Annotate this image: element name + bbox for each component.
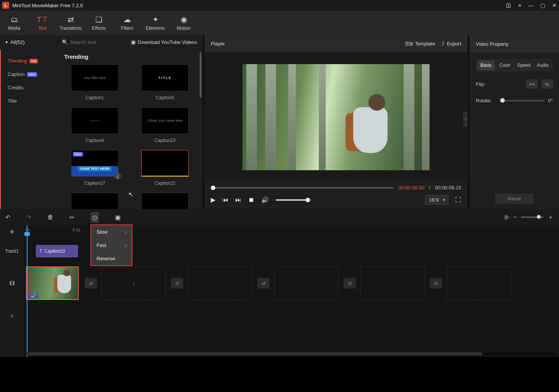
transition-slot[interactable]: ⇄: [85, 278, 97, 289]
maximize-icon[interactable]: ▢: [540, 2, 545, 8]
volume-thumb[interactable]: [305, 198, 310, 202]
category-trending[interactable]: Trending Hot: [1, 54, 57, 68]
tab-transitions[interactable]: ⇄ Transitions: [57, 11, 85, 35]
fullscreen-button[interactable]: ⛶: [455, 197, 461, 203]
zoom-slider[interactable]: [521, 216, 544, 218]
property-tab-speed[interactable]: Speed: [515, 60, 533, 70]
zoom-out-button[interactable]: −: [514, 214, 517, 221]
volume-slider[interactable]: [276, 199, 310, 201]
split-button[interactable]: ✂: [69, 214, 74, 221]
zoom-fit-button[interactable]: ⊪: [504, 214, 510, 221]
media-drop-slot[interactable]: [274, 266, 338, 300]
effects-icon: ❏: [95, 15, 102, 24]
tab-filters-label: Filters: [121, 26, 134, 31]
delete-button[interactable]: 🗑: [47, 214, 53, 221]
export-icon: ⤴: [442, 41, 444, 47]
transition-slot[interactable]: ⇄: [344, 278, 356, 289]
tab-filters[interactable]: ☁ Filters: [113, 11, 141, 35]
preset-item[interactable]: [64, 193, 125, 209]
audio-track-icon: ♫: [0, 302, 24, 329]
search-input[interactable]: [70, 39, 116, 45]
category-title[interactable]: Title: [1, 94, 57, 108]
category-caption[interactable]: Caption New: [1, 68, 57, 81]
property-tab-basic[interactable]: Basic: [477, 60, 495, 70]
undo-button[interactable]: ↶: [5, 214, 10, 221]
video-track[interactable]: 🔊 ⇄ ⭳ ⇄ ⇄ ⇄ ⇄: [24, 265, 559, 302]
stop-button[interactable]: ⏹: [248, 197, 254, 203]
volume-icon[interactable]: 🔊: [261, 196, 269, 203]
tab-media[interactable]: 🗂 Media: [0, 11, 28, 35]
prev-frame-button[interactable]: ⏮: [222, 197, 228, 203]
preset-item[interactable]: [134, 193, 195, 209]
preset-label: Caption4: [64, 138, 125, 143]
download-icon[interactable]: ⭳: [114, 173, 121, 179]
tab-motion[interactable]: ◉ Motion: [170, 11, 198, 35]
preset-item[interactable]: Caption22: [134, 150, 195, 186]
media-drop-slot[interactable]: [360, 266, 425, 300]
template-button[interactable]: ☰⧉ Template: [405, 41, 435, 47]
zoom-thumb[interactable]: [537, 215, 541, 219]
rotate-thumb[interactable]: [500, 98, 505, 103]
category-all-toggle[interactable]: ▾ All(52): [0, 39, 57, 45]
play-button[interactable]: ▶: [211, 196, 215, 203]
zoom-in-button[interactable]: ＋: [548, 213, 554, 221]
preset-item[interactable]: | Enter your name here Caption23: [134, 107, 195, 143]
tab-effects[interactable]: ❏ Effects: [85, 11, 113, 35]
transition-slot[interactable]: ⇄: [257, 278, 270, 289]
download-youtube-label: Download YouTube Videos: [138, 39, 197, 45]
ruler-tick: 6.6s: [73, 227, 81, 232]
category-label: Trending: [8, 58, 27, 64]
transition-slot[interactable]: ⇄: [430, 278, 442, 289]
preset-item[interactable]: Your Title Here Caption1: [64, 65, 125, 100]
panel-expand-handle[interactable]: ›: [463, 111, 468, 127]
close-icon[interactable]: ✕: [552, 2, 557, 8]
media-drop-slot[interactable]: [447, 266, 511, 300]
tab-text-label: Text: [38, 26, 47, 31]
speed-button[interactable]: ◷: [90, 212, 99, 223]
speed-slow-item[interactable]: Slow›: [91, 225, 132, 239]
playhead[interactable]: [27, 225, 27, 357]
scrollbar-thumb[interactable]: [200, 52, 202, 98]
preset-item[interactable]: ——— Caption4: [64, 107, 125, 143]
preset-item[interactable]: TITLE Caption5: [134, 65, 195, 100]
player-viewport[interactable]: [205, 53, 467, 182]
media-drop-slot[interactable]: [188, 266, 252, 300]
titlebar: L MiniTool MovieMaker Free 7.2.0 ⚿ ≡ — ▢…: [0, 0, 559, 11]
text-clip[interactable]: T Caption22: [36, 245, 78, 257]
flip-horizontal-button[interactable]: ▹◃: [526, 79, 538, 89]
preset-item[interactable]: New YOUR TEXT HERE ⭳ Caption27: [64, 150, 125, 186]
transition-slot[interactable]: ⇄: [171, 278, 183, 289]
category-credits[interactable]: Credits: [1, 81, 57, 94]
tab-elements[interactable]: ✦ Elements: [141, 11, 170, 35]
property-tab-color[interactable]: Color: [496, 60, 514, 70]
redo-button[interactable]: ↷: [26, 214, 31, 221]
next-frame-button[interactable]: ⏭: [235, 197, 241, 203]
crop-button[interactable]: ▣: [115, 214, 121, 221]
audio-track[interactable]: [24, 302, 559, 329]
hamburger-icon[interactable]: ≡: [518, 2, 521, 8]
timeline-h-scrollbar[interactable]: [26, 352, 557, 355]
speed-fast-item[interactable]: Fast›: [91, 239, 132, 252]
speed-reverse-item[interactable]: Reverse: [91, 252, 132, 265]
add-track-button[interactable]: ⊕: [0, 225, 24, 237]
transitions-icon: ⇄: [68, 15, 74, 24]
rotate-slider[interactable]: [500, 100, 544, 102]
aspect-ratio-select[interactable]: 16:9: [425, 195, 448, 205]
tab-text[interactable]: T⊤ Text: [28, 11, 57, 35]
export-button[interactable]: ⤴ Export: [442, 41, 461, 47]
download-youtube-link[interactable]: ▣ Download YouTube Videos: [131, 39, 202, 45]
seek-thumb[interactable]: [211, 186, 215, 190]
minimize-icon[interactable]: —: [528, 2, 533, 8]
scrollbar-thumb[interactable]: [26, 352, 482, 355]
app-logo-icon: L: [2, 2, 9, 9]
reset-button[interactable]: Reset: [495, 194, 533, 204]
search-field[interactable]: 🔍: [57, 39, 131, 45]
category-label: Caption: [8, 71, 25, 77]
property-tab-audio[interactable]: Audio: [534, 60, 552, 70]
aspect-value: 16:9: [429, 197, 439, 203]
seek-slider[interactable]: [211, 187, 394, 189]
key-icon[interactable]: ⚿: [506, 2, 511, 8]
media-drop-slot[interactable]: ⭳: [102, 266, 166, 300]
flip-vertical-button[interactable]: ▿▵: [541, 79, 553, 89]
video-clip[interactable]: 🔊: [26, 266, 79, 300]
